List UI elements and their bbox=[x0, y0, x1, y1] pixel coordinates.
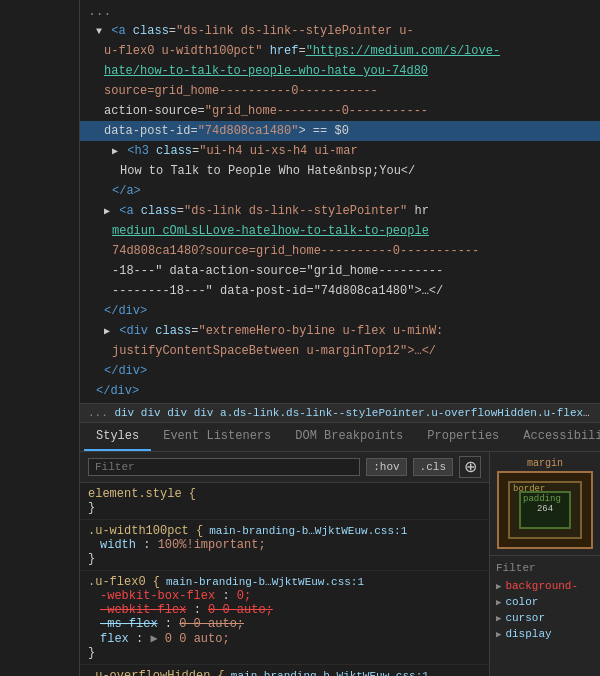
selector-text: .u-width100pct { bbox=[88, 524, 203, 538]
source-link[interactable]: main-branding-b…WjktWEuw.css:1 bbox=[166, 576, 364, 588]
attr-value-cont: u-flex0 u-width100pct" bbox=[104, 44, 262, 58]
breadcrumb-link[interactable]: a.ds-link.ds-link--stylePointer.u-overfl… bbox=[220, 407, 600, 419]
breadcrumb-div1[interactable]: div bbox=[114, 407, 140, 419]
expand-arrow[interactable]: ▶ bbox=[104, 326, 110, 337]
tree-line: -18---" data-action-source="grid_home---… bbox=[80, 261, 600, 281]
styles-panel: :hov .cls ⊕ element.style { } .u-width10… bbox=[80, 452, 600, 676]
css-close-brace: } bbox=[88, 552, 481, 566]
css-property-ms-flex: -ms-flex : 0 0 auto; bbox=[88, 617, 481, 631]
css-close-brace: } bbox=[88, 646, 481, 660]
tree-line: hate/how-to-talk-to-people-who-hate_you-… bbox=[80, 61, 600, 81]
css-selector: .u-width100pct { main-branding-b…WjktWEu… bbox=[88, 524, 481, 538]
css-selector: element.style { bbox=[88, 487, 481, 501]
tabs-bar: Styles Event Listeners DOM Breakpoints P… bbox=[80, 423, 600, 452]
text-content: source=grid_home----------0----------- bbox=[104, 84, 378, 98]
breadcrumb-div3[interactable]: div bbox=[167, 407, 193, 419]
source-link[interactable]: main-branding-b…WjktWEuw.css:1 bbox=[231, 670, 429, 676]
box-margin: border padding 264 bbox=[497, 471, 593, 549]
colon: : bbox=[165, 617, 179, 631]
triangle-icon: ▶ bbox=[496, 629, 501, 640]
css-close-brace: } bbox=[88, 501, 481, 515]
css-rule-element-style: element.style { } bbox=[80, 483, 489, 520]
css-rule-u-width100pct: .u-width100pct { main-branding-b…WjktWEu… bbox=[80, 520, 489, 571]
filter-item-cursor[interactable]: ▶ cursor bbox=[496, 610, 594, 626]
add-style-button[interactable]: ⊕ bbox=[459, 456, 481, 478]
main-content: ... ▼ <a class="ds-link ds-link--stylePo… bbox=[80, 0, 600, 676]
box-model-margin-label: margin bbox=[494, 458, 596, 469]
triangle-icon: ▶ bbox=[496, 581, 501, 592]
colon: : bbox=[143, 538, 157, 552]
tab-properties[interactable]: Properties bbox=[415, 423, 511, 451]
attr-name: href bbox=[270, 44, 299, 58]
html-tree: ... ▼ <a class="ds-link ds-link--stylePo… bbox=[80, 0, 600, 404]
tree-line: </div> bbox=[80, 361, 600, 381]
css-rule-u-flex0: .u-flex0 { main-branding-b…WjktWEuw.css:… bbox=[80, 571, 489, 665]
text-content: How to Talk to People Who Hate&nbsp;You<… bbox=[120, 164, 415, 178]
css-property-flex: flex : ▶ 0 0 auto; bbox=[88, 631, 481, 646]
tree-line: ▶ <a class="ds-link ds-link--stylePointe… bbox=[80, 201, 600, 221]
expand-arrow[interactable]: ▼ bbox=[96, 26, 102, 37]
arrow-btn[interactable]: ▶ bbox=[150, 632, 157, 646]
breadcrumb-dots[interactable]: ... bbox=[88, 407, 114, 419]
text-content: action-source= bbox=[104, 104, 205, 118]
tree-line: justifyContentSpaceBetween u-marginTop12… bbox=[80, 341, 600, 361]
tree-line: ▶ <h3 class="ui-h4 ui-xs-h4 ui-mar bbox=[80, 141, 600, 161]
hov-button[interactable]: :hov bbox=[366, 458, 406, 476]
tree-line: action-source="grid_home---------0------… bbox=[80, 101, 600, 121]
css-rule-u-overflowHidden: .u-overflowHidden { main-branding-b…Wjkt… bbox=[80, 665, 489, 676]
selector-text: element.style { bbox=[88, 487, 196, 501]
prop-name: -webkit-flex bbox=[100, 603, 186, 617]
tree-line: 74d808ca1480?source=grid_home----------0… bbox=[80, 241, 600, 261]
box-model-diagram: border padding 264 bbox=[494, 471, 596, 549]
cls-button[interactable]: .cls bbox=[413, 458, 453, 476]
attr-value-link[interactable]: "https://medium.com/s/love- bbox=[306, 44, 500, 58]
prop-value: 0 0 auto; bbox=[208, 603, 273, 617]
expand-arrow[interactable]: ▶ bbox=[112, 146, 118, 157]
css-selector: .u-flex0 { main-branding-b…WjktWEuw.css:… bbox=[88, 575, 481, 589]
tree-line-selected[interactable]: data-post-id="74d808ca1480"> == $0 bbox=[80, 121, 600, 141]
attr-name: class bbox=[133, 24, 169, 38]
right-panel: margin border padding 264 bbox=[490, 452, 600, 676]
breadcrumb-div4[interactable]: div bbox=[194, 407, 220, 419]
prop-name: -webkit-box-flex bbox=[100, 589, 215, 603]
box-border: border padding 264 bbox=[508, 481, 582, 539]
filter-item-background[interactable]: ▶ background- bbox=[496, 578, 594, 594]
tag-open: <a bbox=[111, 24, 133, 38]
box-model-container: margin border padding 264 bbox=[490, 452, 600, 556]
filter-input[interactable] bbox=[88, 458, 360, 476]
attr-value-link3[interactable]: mediun_cOmLsLLove-hatelhow-to-talk-to-pe… bbox=[112, 224, 429, 238]
attr-value-link2[interactable]: hate/how-to-talk-to-people-who-hate_you-… bbox=[104, 64, 428, 78]
box-content: 264 bbox=[537, 504, 553, 516]
styles-left: :hov .cls ⊕ element.style { } .u-width10… bbox=[80, 452, 490, 676]
filter-item-color[interactable]: ▶ color bbox=[496, 594, 594, 610]
filter-item-label: background- bbox=[505, 580, 578, 592]
breadcrumb-bar: ... div div div div a.ds-link.ds-link--s… bbox=[80, 404, 600, 423]
tree-line: How to Talk to People Who Hate&nbsp;You<… bbox=[80, 161, 600, 181]
tree-line: </a> bbox=[80, 181, 600, 201]
source-link[interactable]: main-branding-b…WjktWEuw.css:1 bbox=[209, 525, 407, 537]
prop-value: 100%!important; bbox=[158, 538, 266, 552]
tree-line: mediun_cOmLsLLove-hatelhow-to-talk-to-pe… bbox=[80, 221, 600, 241]
prop-value: 0 0 auto; bbox=[165, 632, 230, 646]
selector-text: .u-overflowHidden { bbox=[88, 669, 225, 676]
tree-line: --------18---" data-post-id="74d808ca148… bbox=[80, 281, 600, 301]
css-property-webkit-box-flex: -webkit-box-flex : 0; bbox=[88, 589, 481, 603]
filter-item-display[interactable]: ▶ display bbox=[496, 626, 594, 642]
tab-event-listeners[interactable]: Event Listeners bbox=[151, 423, 283, 451]
breadcrumb-div2[interactable]: div bbox=[141, 407, 167, 419]
prop-name: flex bbox=[100, 632, 129, 646]
tree-line: ▼ <a class="ds-link ds-link--stylePointe… bbox=[80, 21, 600, 41]
prop-value: 0; bbox=[237, 589, 251, 603]
triangle-icon: ▶ bbox=[496, 613, 501, 624]
tab-accessibility[interactable]: Accessibility bbox=[511, 423, 600, 451]
tab-styles[interactable]: Styles bbox=[84, 423, 151, 451]
prop-name: width bbox=[100, 538, 136, 552]
expand-arrow[interactable]: ▶ bbox=[104, 206, 110, 217]
filter-item-label: display bbox=[505, 628, 551, 640]
selector-text: .u-flex0 { bbox=[88, 575, 160, 589]
tree-line: u-flex0 u-width100pct" href="https://med… bbox=[80, 41, 600, 61]
css-selector: .u-overflowHidden { main-branding-b…Wjkt… bbox=[88, 669, 481, 676]
colon: : bbox=[194, 603, 208, 617]
tab-dom-breakpoints[interactable]: DOM Breakpoints bbox=[283, 423, 415, 451]
text-content: data-post-id= bbox=[104, 124, 198, 138]
